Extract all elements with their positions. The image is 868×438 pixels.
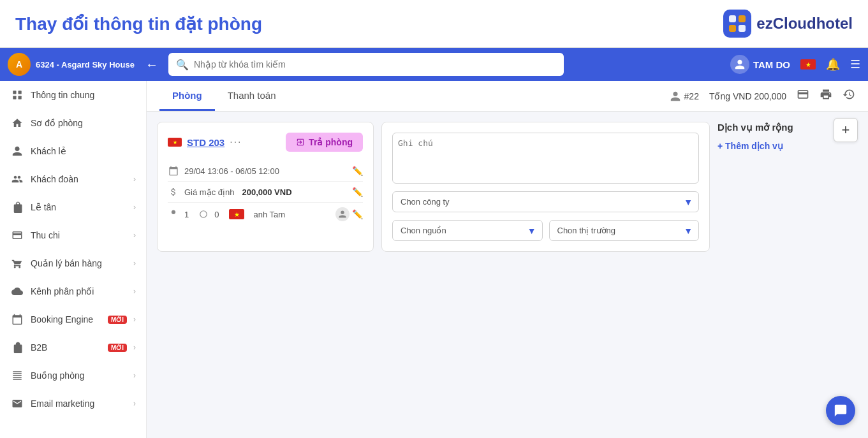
calendar-detail-icon [168,165,179,177]
source-market-row: Chon nguồn ▼ Chon thị trường ▼ [392,220,699,241]
sidebar-label: Booking Engine [31,314,101,325]
booking-card-header: ★ STD 203 ··· Trả phòng [168,133,363,152]
guest-count: #22 [684,91,699,101]
user-info: TAM DO [730,55,790,74]
sidebar-item-thu-chi[interactable]: Thu chi › [0,221,146,249]
sidebar-item-le-tan[interactable]: Lễ tân › [0,193,146,221]
group-icon [10,172,24,186]
sidebar-item-booking-engine[interactable]: Booking Engine MỚI › [0,305,146,333]
checkout-button[interactable]: Trả phòng [286,133,363,152]
source-select-wrapper: Chon nguồn ▼ [392,220,543,241]
add-service-button[interactable]: + Thêm dịch vụ [717,141,783,151]
booking-card: ★ STD 203 ··· Trả phòng 29/04 13:06 - 06… [157,122,374,252]
layout: Thông tin chung Sơ đồ phòng Khách lẻ Khá… [0,81,868,438]
svg-rect-7 [18,96,22,99]
history-icon[interactable] [842,88,855,104]
back-button[interactable]: ← [140,55,163,75]
room-name[interactable]: STD 203 [187,137,224,148]
person-tab-icon [670,91,681,102]
sidebar-label: Khách đoàn [31,174,127,184]
top-header: Thay đổi thông tin đặt phòng ezCloudhote… [0,0,868,48]
nav-right: TAM DO 🔔 ☰ [730,55,860,74]
svg-rect-5 [18,91,22,94]
price-value: 200,000 VND [242,187,291,197]
chat-bubble[interactable] [826,396,855,425]
mail-icon [10,397,24,411]
booking-dates: 29/04 13:06 - 06/05 12:00 [184,166,279,176]
price-label: Giá mặc định [184,187,234,197]
sidebar-label: Khách lẻ [31,146,136,156]
sidebar-item-kenh-phan-phoi[interactable]: Kênh phân phối › [0,277,146,305]
edit-dates-button[interactable]: ✏️ [352,166,363,176]
sidebar-item-thong-tin-chung[interactable]: Thông tin chung [0,81,146,109]
chevron-right-icon: › [133,259,136,268]
chevron-right-icon: › [133,175,136,184]
grid-icon [10,88,24,102]
guest-count-detail: 1 [184,210,189,219]
guests-row: 1 0 anh Tam ✏️ [168,203,363,226]
company-select-wrapper: Chon công ty ▼ [392,191,699,212]
new-badge: MỚI [108,344,127,352]
payment-card-icon[interactable] [797,88,809,104]
add-button[interactable]: + [834,118,858,142]
market-select[interactable]: Chon thị trường [549,220,700,241]
chevron-right-icon: › [133,287,136,296]
sidebar-item-so-do-phong[interactable]: Sơ đồ phòng [0,109,146,137]
room-flag: ★ [168,138,182,147]
chevron-right-icon: › [133,343,136,352]
user-name: TAM DO [753,59,790,70]
sidebar-label: Sơ đồ phòng [31,118,136,128]
card-icon [10,228,24,242]
bag-icon [10,200,24,214]
tabs-right: #22 Tổng VND 200,000 [670,88,855,104]
chevron-right-icon: › [133,371,136,380]
sidebar-label: Thông tin chung [31,90,136,100]
sidebar-label: Buồng phòng [31,370,127,381]
dates-row: 29/04 13:06 - 06/05 12:00 ✏️ [168,161,363,182]
new-badge: MỚI [108,316,127,324]
chevron-right-icon: › [133,231,136,240]
svg-point-8 [200,211,207,218]
print-icon[interactable] [820,88,832,104]
checkout-icon [296,138,305,147]
guest-actions: ✏️ [335,207,363,221]
guest-flag [229,209,244,219]
sidebar-item-khach-le[interactable]: Khách lẻ [0,137,146,165]
logo-text: ezCloudhotel [756,15,853,33]
add-service-label: + Thêm dịch vụ [717,141,783,151]
add-guest-icon[interactable] [335,207,349,221]
notification-bell[interactable]: 🔔 [826,57,840,71]
app-logo: ezCloudhotel [723,10,853,38]
search-input[interactable] [194,59,556,69]
more-options-button[interactable]: ··· [230,136,242,148]
chevron-right-icon: › [133,203,136,212]
svg-rect-6 [13,96,16,99]
children-icon [198,208,209,220]
sidebar-label: Email marketing [31,398,127,409]
language-flag[interactable] [800,59,816,69]
svg-rect-3 [739,25,746,32]
sidebar-item-b2b[interactable]: B2B MỚI › [0,333,146,361]
sidebar-item-khach-doan[interactable]: Khách đoàn › [0,165,146,193]
user-avatar-icon [730,55,749,74]
page-title: Thay đổi thông tin đặt phòng [15,13,262,34]
price-row: Giá mặc định 200,000 VND ✏️ [168,182,363,203]
sidebar-label: Thu chi [31,230,127,240]
hamburger-menu[interactable]: ☰ [850,57,860,71]
content-body: ★ STD 203 ··· Trả phòng 29/04 13:06 - 06… [147,112,868,262]
sidebar-item-buong-phong[interactable]: Buồng phòng › [0,361,146,390]
sidebar-item-quan-ly-ban-hang[interactable]: Quản lý bán hàng › [0,249,146,277]
svg-rect-2 [729,25,736,32]
svg-rect-0 [729,15,736,22]
note-input[interactable] [392,133,699,184]
hotel-avatar: A [8,53,31,76]
sidebar-item-email-marketing[interactable]: Email marketing › [0,390,146,418]
total-label: Tổng VND 200,000 [709,91,786,101]
source-select[interactable]: Chon nguồn [392,220,543,241]
edit-guest-button[interactable]: ✏️ [352,209,363,219]
tab-phong[interactable]: Phòng [159,81,215,111]
company-select[interactable]: Chon công ty [392,191,699,212]
edit-price-button[interactable]: ✏️ [352,187,363,197]
hotel-info: A 6324 - Asgard Sky House [8,53,135,76]
tab-thanh-toan[interactable]: Thanh toán [215,81,289,111]
